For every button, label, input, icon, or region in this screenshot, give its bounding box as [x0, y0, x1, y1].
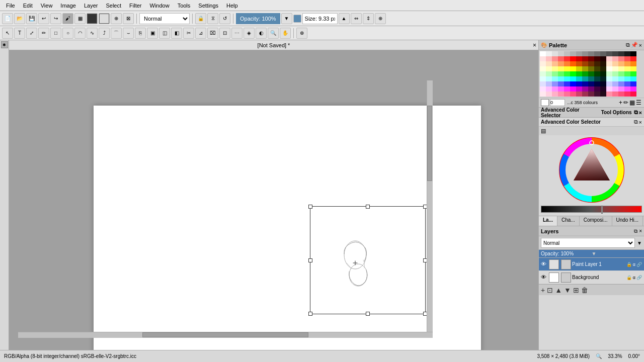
palette-color-cell[interactable] [570, 76, 576, 81]
palette-list-btn[interactable]: ☰ [636, 99, 641, 106]
palette-color-cell[interactable] [606, 56, 612, 61]
palette-close-btn[interactable]: × [639, 42, 642, 48]
palette-color-cell[interactable] [618, 92, 624, 97]
palette-color-cell[interactable] [612, 92, 618, 97]
menu-help[interactable]: Help [222, 2, 242, 10]
palette-color-cell[interactable] [570, 86, 576, 92]
transform-tool[interactable]: ⤢ [26, 28, 37, 39]
color-swatch-fg[interactable] [87, 13, 98, 24]
new-group-btn[interactable]: ⊡ [547, 286, 553, 294]
color-sel-expand2-btn[interactable]: ⧉ [634, 119, 638, 125]
palette-color-cell[interactable] [612, 61, 618, 66]
layer-link-icon[interactable]: 🔗 [636, 262, 642, 267]
palette-color-cell[interactable] [546, 56, 552, 61]
layer-row-bg[interactable]: 👁 Background 🔒 α 🔗 [539, 271, 644, 284]
palette-color-cell[interactable] [624, 66, 630, 71]
move-layer-up-btn[interactable]: ▲ [555, 286, 562, 294]
palette-color-cell[interactable] [564, 76, 570, 81]
tool-options-label[interactable]: Tool Options [601, 110, 632, 115]
rect-select-tool[interactable]: □ [50, 28, 61, 39]
palette-color-cell[interactable] [582, 51, 588, 56]
palette-color-cell[interactable] [588, 76, 594, 81]
palette-color-cell[interactable] [564, 66, 570, 71]
palette-color-cell[interactable] [558, 86, 564, 92]
palette-color-cell[interactable] [618, 71, 624, 76]
palette-color-cell[interactable] [606, 61, 612, 66]
palette-color-cell[interactable] [618, 81, 624, 86]
scissors-tool[interactable]: ✂ [183, 28, 194, 39]
palette-color-cell[interactable] [630, 76, 636, 81]
palette-color-cell[interactable] [540, 71, 546, 76]
palette-color-cell[interactable] [540, 81, 546, 86]
merge-layers-btn[interactable]: ⊞ [573, 286, 579, 294]
palette-color-cell[interactable] [630, 81, 636, 86]
palette-color-cell[interactable] [558, 66, 564, 71]
palette-color-cell[interactable] [612, 81, 618, 86]
tab-channels[interactable]: Cha... [557, 216, 580, 226]
color-picker-btn[interactable] [293, 15, 301, 23]
tab-history[interactable]: Undo Hi... [612, 216, 643, 226]
palette-color-cell[interactable] [594, 66, 600, 71]
layers-close-btn[interactable]: × [639, 228, 642, 234]
palette-color-cell[interactable] [546, 76, 552, 81]
palette-color-cell[interactable] [570, 51, 576, 56]
palette-color-cell[interactable] [576, 76, 582, 81]
palette-color-cell[interactable] [612, 56, 618, 61]
palette-color-cell[interactable] [570, 81, 576, 86]
palette-color-cell[interactable] [630, 71, 636, 76]
fill-tool[interactable]: ◫ [159, 28, 170, 39]
dodge-tool[interactable]: ◐ [256, 28, 267, 39]
palette-add-btn[interactable]: + [619, 99, 622, 106]
palette-color-cell[interactable] [594, 81, 600, 86]
palette-color-cell[interactable] [552, 92, 558, 97]
paint-bucket[interactable]: ▣ [147, 28, 158, 39]
layers-blend-arrow[interactable]: ▼ [637, 240, 642, 246]
palette-color-cell[interactable] [558, 81, 564, 86]
palette-color-cell[interactable] [600, 76, 606, 81]
palette-color-cell[interactable] [558, 76, 564, 81]
save-file-button[interactable]: 💾 [26, 13, 37, 24]
palette-color-cell[interactable] [576, 56, 582, 61]
palette-color-cell[interactable] [546, 66, 552, 71]
palette-color-cell[interactable] [576, 61, 582, 66]
palette-color-cell[interactable] [564, 71, 570, 76]
palette-color-cell[interactable] [600, 66, 606, 71]
palette-color-cell[interactable] [546, 81, 552, 86]
layer-row-paint[interactable]: 👁 Paint Layer 1 🔒 α 🔗 [539, 258, 644, 271]
pencil-tool[interactable]: ✏ [38, 28, 49, 39]
palette-color-cell[interactable] [552, 76, 558, 81]
palette-color-cell[interactable] [576, 66, 582, 71]
palette-color-cell[interactable] [606, 71, 612, 76]
size-up-btn[interactable]: ▲ [339, 13, 350, 24]
palette-color-cell[interactable] [540, 56, 546, 61]
palette-color-cell[interactable] [630, 61, 636, 66]
palette-color-cell[interactable] [588, 81, 594, 86]
tool-extra-2[interactable]: ⊠ [123, 13, 134, 24]
handle-bot-mid[interactable] [366, 312, 370, 316]
color-swatch-bg[interactable] [99, 13, 110, 24]
palette-color-cell[interactable] [540, 51, 546, 56]
tool-extra-a[interactable]: ⊕ [296, 28, 307, 39]
layers-blend-select[interactable]: Normal [541, 238, 635, 248]
palette-color-cell[interactable] [606, 66, 612, 71]
palette-color-cell[interactable] [558, 92, 564, 97]
undo-button[interactable]: ↩ [38, 13, 49, 24]
palette-color-cell[interactable] [570, 71, 576, 76]
redo-button[interactable]: ↪ [50, 13, 61, 24]
palette-color-cell[interactable] [594, 51, 600, 56]
palette-grid-btn[interactable]: ▦ [629, 99, 635, 106]
palette-color-cell[interactable] [552, 61, 558, 66]
palette-color-cell[interactable] [552, 71, 558, 76]
menu-file[interactable]: File [2, 2, 19, 10]
palette-color-cell[interactable] [582, 66, 588, 71]
palette-color-cell[interactable] [582, 61, 588, 66]
vertical-scrollbar[interactable] [427, 80, 433, 332]
handle-bot-left[interactable] [308, 312, 312, 316]
color-gradient-bar[interactable] [541, 206, 642, 213]
color-sel-close-btn[interactable]: × [639, 110, 642, 116]
refresh-icon[interactable]: ↺ [219, 13, 230, 24]
zoom-tool[interactable]: 🔍 [268, 28, 279, 39]
palette-color-cell[interactable] [576, 71, 582, 76]
palette-color-cell[interactable] [540, 76, 546, 81]
menu-window[interactable]: Window [146, 2, 174, 10]
